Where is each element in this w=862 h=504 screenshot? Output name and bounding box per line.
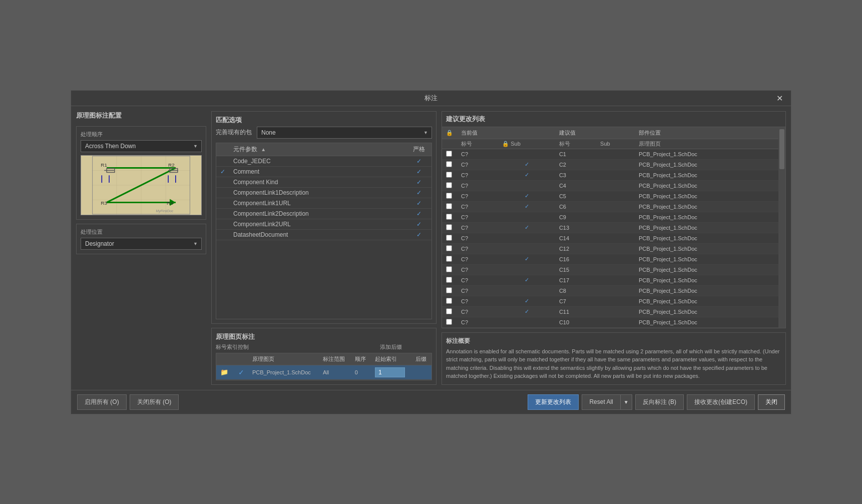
scroll-thumb[interactable] [779,129,784,169]
current-sub [498,180,555,191]
bottom-left-buttons: 启用所有 (O) 关闭所有 (O) [77,394,179,410]
svg-text:R4: R4 [167,200,173,206]
param-name: Comment [229,166,406,177]
update-list-button[interactable]: 更新更改列表 [528,394,579,410]
annotation-dialog: 标注 ✕ 原理图标注配置 处理顺序 Across Then Down Down … [71,90,791,414]
annotation-col-scope: 标注范围 [319,353,351,365]
table-row[interactable]: C? C14 PCB_Project_1.SchDoc [442,233,778,243]
row-lock-checkbox[interactable] [446,256,452,262]
start-index-input[interactable] [375,367,405,377]
row-lock-checkbox[interactable] [446,193,452,199]
suggested-sub [596,306,635,317]
scrollbar[interactable] [778,127,785,328]
row-lock-checkbox[interactable] [446,308,452,314]
row-lock-checkbox[interactable] [446,266,452,272]
suggestions-table-wrap[interactable]: 🔒 当前值 建议值 部件位置 标号 🔒 Sub 标号 [442,127,778,328]
dialog-title: 标注 [424,94,438,103]
table-row[interactable]: DatasheetDocument ✓ [216,229,432,240]
process-order-select[interactable]: Across Then Down Down Then Across By X P… [81,140,202,152]
table-row[interactable]: ComponentLink1Description ✓ [216,187,432,198]
row-lock-checkbox[interactable] [446,287,452,293]
current-sub: ✓ [498,296,555,306]
param-strict: ✓ [406,219,432,229]
row-lock-checkbox[interactable] [446,182,452,188]
annotation-title: 原理图页标注 [216,332,432,341]
reset-all-group: Reset All ▼ [582,394,632,410]
table-row[interactable]: C? C1 PCB_Project_1.SchDoc [442,149,778,159]
row-lock-checkbox[interactable] [446,277,452,283]
suggested-ref: C15 [555,264,596,275]
suggested-ref: C11 [555,306,596,317]
table-row[interactable]: C? ✓ C13 PCB_Project_1.SchDoc [442,222,778,233]
current-ref: C? [457,170,498,180]
reset-all-dropdown-icon[interactable]: ▼ [620,394,632,410]
table-row[interactable]: ComponentLink2URL ✓ [216,219,432,229]
table-row[interactable]: ComponentLink2Description ✓ [216,208,432,219]
suggestions-title: 建议更改列表 [442,112,785,127]
current-sub: ✓ [498,191,555,201]
row-lock-checkbox[interactable] [446,245,452,251]
current-ref: C? [457,180,498,191]
suggested-sub [596,317,635,327]
params-table: 元件参数 ▲ 严格 Code_JEDEC ✓ ✓ Comment ✓ [216,143,432,240]
table-row[interactable]: Code_JEDEC ✓ [216,156,432,166]
suggested-ref: C16 [555,254,596,264]
row-lock-checkbox[interactable] [446,214,452,220]
current-sub: ✓ [498,306,555,317]
row-lock-checkbox[interactable] [446,161,452,167]
row-lock-checkbox[interactable] [446,298,452,304]
enable-all-button[interactable]: 启用所有 (O) [77,394,127,410]
disable-all-button[interactable]: 关闭所有 (O) [130,394,179,410]
accept-changes-button[interactable]: 接收更改(创建ECO) [687,394,755,410]
annotation-col-order: 顺序 [351,353,371,365]
table-row[interactable]: C? ✓ C3 PCB_Project_1.SchDoc [442,170,778,180]
reverse-annotate-button[interactable]: 反向标注 (B) [635,394,684,410]
table-row[interactable]: ✓ Comment ✓ [216,166,432,177]
row-lock-checkbox[interactable] [446,203,452,209]
table-row[interactable]: C? ✓ C11 PCB_Project_1.SchDoc [442,306,778,317]
table-row[interactable]: 📁 ✓ PCB_Project_1.SchDoc All 0 [216,365,432,379]
table-row[interactable]: C? C12 PCB_Project_1.SchDoc [442,243,778,254]
row-lock-checkbox[interactable] [446,151,452,157]
row-lock-checkbox[interactable] [446,319,452,325]
row-lock-checkbox[interactable] [446,224,452,230]
table-row[interactable]: ComponentLink1URL ✓ [216,198,432,208]
params-component-header: 元件参数 ▲ [229,143,406,156]
table-row[interactable]: C? ✓ C5 PCB_Project_1.SchDoc [442,191,778,201]
params-check-col-header [216,143,229,156]
row-schematic: PCB_Project_1.SchDoc [635,296,778,306]
process-position-select[interactable]: Designator Middle of Part [81,238,202,250]
row-lock-checkbox[interactable] [446,235,452,241]
param-strict: ✓ [406,229,432,240]
folder-icon: 📁 [220,368,228,376]
annotation-start-cell[interactable] [371,365,411,379]
row-schematic: PCB_Project_1.SchDoc [635,285,778,296]
complete-existing-select[interactable]: None All Selected [257,127,432,139]
params-strict-header: 严格 [406,143,432,156]
table-row[interactable]: C? ✓ C16 PCB_Project_1.SchDoc [442,254,778,264]
table-row[interactable]: C? C9 PCB_Project_1.SchDoc [442,212,778,222]
param-name: ComponentLink1URL [229,198,406,208]
annotation-table-container: 原理图页 标注范围 顺序 起始索引 后缀 📁 ✓ PCB_Pr [216,353,432,380]
annotation-col-suffix: 后缀 [411,353,432,365]
table-row[interactable]: C? ✓ C2 PCB_Project_1.SchDoc [442,159,778,170]
table-row[interactable]: C? ✓ C17 PCB_Project_1.SchDoc [442,275,778,285]
close-dialog-button[interactable]: 关闭 [758,394,785,410]
row-schematic: PCB_Project_1.SchDoc [635,264,778,275]
table-row[interactable]: C? C10 PCB_Project_1.SchDoc [442,317,778,327]
row-lock-checkbox[interactable] [446,172,452,178]
table-row[interactable]: C? C15 PCB_Project_1.SchDoc [442,264,778,275]
annotation-col-icon [216,353,234,365]
table-row[interactable]: C? ✓ C7 PCB_Project_1.SchDoc [442,296,778,306]
suggested-ref: C10 [555,317,596,327]
table-row[interactable]: C? ✓ C6 PCB_Project_1.SchDoc [442,201,778,212]
close-icon[interactable]: ✕ [773,92,786,104]
sub-current-ref: 标号 [457,139,498,149]
reset-all-button[interactable]: Reset All [582,394,620,410]
suggested-sub [596,170,635,180]
svg-text:MyFirstDoc: MyFirstDoc [156,209,174,213]
table-row[interactable]: C? C4 PCB_Project_1.SchDoc [442,180,778,191]
dialog-body: 原理图标注配置 处理顺序 Across Then Down Down Then … [71,106,791,390]
table-row[interactable]: C? C8 PCB_Project_1.SchDoc [442,285,778,296]
table-row[interactable]: Component Kind ✓ [216,177,432,187]
